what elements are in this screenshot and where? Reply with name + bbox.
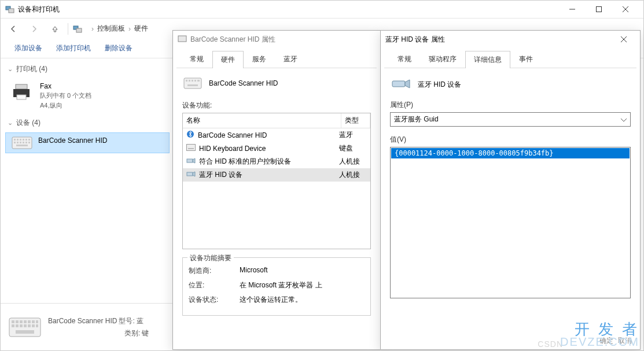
- printer-queue: 队列中有 0 个文档: [40, 91, 91, 100]
- table-row[interactable]: 蓝牙 HID 设备人机接: [183, 168, 370, 182]
- svg-rect-15: [23, 139, 24, 141]
- bt-icon: [186, 130, 194, 140]
- category-value: 键: [142, 329, 149, 337]
- svg-rect-43: [186, 80, 187, 82]
- back-button[interactable]: [5, 21, 21, 37]
- tab-details[interactable]: 详细信息: [465, 51, 510, 68]
- value-list[interactable]: {00001124-0000-1000-8000-00805f9b34fb}: [390, 147, 631, 298]
- breadcrumb-2[interactable]: 硬件: [134, 24, 148, 34]
- maximize-button[interactable]: [586, 1, 612, 18]
- tab-events[interactable]: 事件: [510, 50, 542, 68]
- th-name[interactable]: 名称: [183, 113, 341, 128]
- tab-general[interactable]: 常规: [389, 50, 420, 68]
- row-type: 人机接: [339, 170, 367, 180]
- table-row[interactable]: BarCode Scanner HID蓝牙: [183, 128, 370, 142]
- svg-rect-20: [20, 142, 21, 143]
- svg-rect-36: [24, 324, 27, 327]
- breadcrumb-1[interactable]: 控制面板: [97, 24, 125, 34]
- barcode-properties-dialog: BarCode Scanner HID 属性 常规 硬件 服务 蓝牙 BarCo…: [172, 30, 381, 350]
- row-name: HID Keyboard Device: [199, 145, 266, 153]
- devices-group-label: 设备 (4): [16, 118, 41, 128]
- svg-rect-3: [597, 7, 602, 12]
- svg-rect-17: [28, 139, 30, 141]
- table-row[interactable]: HID Keyboard Device键盘: [183, 142, 370, 155]
- svg-rect-35: [20, 324, 23, 327]
- close-button[interactable]: [612, 1, 639, 18]
- minimize-button[interactable]: [559, 1, 586, 18]
- svg-rect-26: [12, 320, 14, 323]
- svg-rect-53: [187, 172, 193, 176]
- tab-general[interactable]: 常规: [181, 50, 212, 68]
- svg-rect-13: [17, 139, 19, 141]
- value-label: 值(V): [390, 135, 631, 145]
- printers-group-header[interactable]: ⌄ 打印机 (4): [1, 61, 174, 77]
- value-row[interactable]: {00001124-0000-1000-8000-00805f9b34fb}: [391, 148, 630, 158]
- breadcrumb[interactable]: › 控制面板 › 硬件: [91, 24, 148, 34]
- up-button[interactable]: [47, 21, 63, 37]
- location-value: 在 Microsoft 蓝牙枚举器 上: [240, 280, 322, 290]
- close-button[interactable]: [612, 31, 635, 47]
- dlg1-tabs: 常规 硬件 服务 蓝牙: [176, 48, 377, 68]
- svg-rect-34: [16, 324, 19, 327]
- svg-rect-46: [194, 80, 196, 82]
- printer-item-fax[interactable]: Fax 队列中有 0 个文档 A4,纵向: [1, 77, 174, 114]
- device-item-barcode[interactable]: BarCode Scanner HID: [5, 132, 170, 153]
- dlg2-titlebar[interactable]: 蓝牙 HID 设备 属性: [381, 31, 640, 48]
- row-type: 蓝牙: [339, 130, 367, 140]
- svg-rect-22: [25, 142, 27, 143]
- property-select[interactable]: 蓝牙服务 Guid: [390, 112, 631, 127]
- svg-rect-7: [76, 28, 82, 32]
- bthid-header-label: 蓝牙 HID 设备: [418, 80, 461, 90]
- printer-icon: [11, 82, 34, 101]
- svg-rect-14: [20, 139, 21, 141]
- cancel-button[interactable]: 取消: [618, 336, 632, 346]
- printer-name: Fax: [40, 82, 91, 90]
- devices-group-header[interactable]: ⌄ 设备 (4): [1, 114, 174, 131]
- svg-rect-31: [32, 320, 35, 323]
- table-row[interactable]: 符合 HID 标准的用户控制设备人机接: [183, 155, 370, 168]
- svg-rect-32: [36, 320, 38, 323]
- model-label: 型号:: [119, 317, 134, 325]
- row-name: BarCode Scanner HID: [198, 131, 267, 139]
- chevron-down-icon: [621, 116, 627, 124]
- summary-legend: 设备功能摘要: [187, 253, 234, 263]
- dlg2-tabs: 常规 驱动程序 详细信息 事件: [384, 48, 636, 68]
- kbd-icon: [186, 144, 196, 153]
- device-list-panel: ⌄ 打印机 (4) Fax 队列中有 0 个文档 A4,纵向 ⌄ 设备 (4): [1, 58, 174, 157]
- printer-labels: Fax 队列中有 0 个文档 A4,纵向: [40, 82, 91, 110]
- breadcrumb-icon: [73, 24, 82, 34]
- tab-bluetooth[interactable]: 蓝牙: [275, 50, 306, 68]
- svg-rect-23: [28, 142, 30, 143]
- dlg2-buttons: 确定 取消: [599, 336, 632, 346]
- row-type: 键盘: [339, 143, 367, 153]
- svg-rect-8: [16, 84, 27, 89]
- tab-services[interactable]: 服务: [244, 50, 275, 68]
- th-type[interactable]: 类型: [341, 113, 370, 128]
- add-printer-link[interactable]: 添加打印机: [56, 43, 91, 53]
- dlg2-title: 蓝牙 HID 设备 属性: [385, 35, 612, 45]
- bthid-icon: [391, 77, 411, 92]
- add-device-link[interactable]: 添加设备: [14, 43, 42, 53]
- ok-button[interactable]: 确定: [599, 336, 613, 346]
- status-value: 这个设备运转正常。: [240, 295, 302, 305]
- svg-rect-1: [9, 9, 14, 13]
- svg-rect-30: [28, 320, 31, 323]
- svg-rect-16: [25, 139, 27, 141]
- keyboard-icon: [9, 317, 41, 337]
- dlg1-title: BarCode Scanner HID 属性: [190, 35, 376, 45]
- forward-button[interactable]: [26, 21, 42, 37]
- status-label: 设备状态:: [189, 295, 229, 305]
- svg-rect-33: [12, 324, 14, 327]
- svg-rect-39: [36, 324, 38, 327]
- tab-hardware[interactable]: 硬件: [212, 51, 244, 68]
- svg-rect-10: [17, 95, 26, 99]
- svg-rect-40: [16, 330, 34, 334]
- remove-device-link[interactable]: 删除设备: [105, 43, 133, 53]
- dlg1-titlebar[interactable]: BarCode Scanner HID 属性: [173, 31, 380, 48]
- tab-driver[interactable]: 驱动程序: [420, 50, 465, 68]
- keyboard-icon: [183, 77, 202, 89]
- svg-rect-29: [24, 320, 27, 323]
- svg-rect-24: [16, 145, 28, 146]
- hid-icon: [186, 157, 196, 166]
- dlg2-body: 蓝牙 HID 设备 属性(P) 蓝牙服务 Guid 值(V) {00001124…: [381, 68, 640, 305]
